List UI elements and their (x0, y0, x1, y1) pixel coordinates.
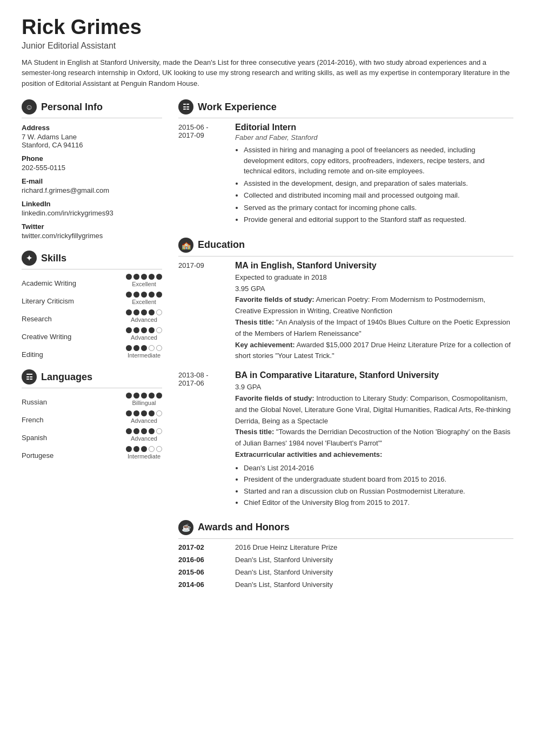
edu-degree: BA in Comparative Litarature, Stanford U… (235, 370, 513, 380)
award-date: 2016-06 (178, 556, 224, 564)
edu-detail: Extracurricular activities and achieveme… (235, 449, 513, 461)
skill-rating: Excellent (126, 292, 162, 305)
skill-dot (133, 393, 139, 399)
address-line1: 7 W. Adams Lane (22, 133, 162, 141)
skills-label: Skills (41, 253, 66, 264)
education-section: 🏫 Education 2017-09 MA in English, Stanf… (178, 238, 513, 509)
skill-dot (156, 428, 162, 434)
address-label: Address (22, 124, 162, 132)
skill-dot (141, 428, 147, 434)
language-name: Portugese (22, 451, 54, 460)
award-description: Dean's List, Stanford University (235, 556, 333, 564)
phone-label: Phone (22, 154, 162, 163)
skill-rating: Advanced (126, 309, 162, 323)
languages-section: ☶ Languages Russian Billingual French Ad… (22, 369, 162, 460)
skill-rating: Intermediate (126, 345, 162, 359)
edu-degree: MA in English, Stanford University (235, 261, 513, 271)
languages-header: ☶ Languages (22, 369, 162, 388)
awards-header: ☕ Awards and Honors (178, 520, 513, 539)
skill-level: Excellent (132, 281, 156, 287)
work-bullet: Provide general and editorial support to… (244, 214, 513, 225)
education-list: 2017-09 MA in English, Stanford Universi… (178, 261, 513, 509)
skill-dot (141, 393, 147, 399)
skill-dot (133, 428, 139, 434)
work-date: 2015-06 -2017-09 (178, 123, 224, 227)
skill-dot (141, 309, 147, 315)
phone-value: 202-555-0115 (22, 164, 162, 172)
work-experience-header: ☷ Work Experience (178, 99, 513, 118)
work-row: 2015-06 -2017-09 Editorial Intern Faber … (178, 123, 513, 227)
language-row: Spanish Advanced (22, 428, 162, 442)
skill-dot (149, 345, 155, 351)
skill-dot (126, 446, 132, 452)
awards-icon: ☕ (178, 520, 193, 535)
skill-level: Excellent (132, 299, 156, 305)
right-column: ☷ Work Experience 2015-06 -2017-09 Edito… (178, 99, 513, 599)
work-bullet: Collected and distributed incoming mail … (244, 190, 513, 201)
skill-row: Creative Writing Advanced (22, 327, 162, 341)
personal-info-header: ☺ Personal Info (22, 99, 162, 118)
skill-dot (149, 446, 155, 452)
personal-info-section: ☺ Personal Info Address 7 W. Adams Lane … (22, 99, 162, 240)
award-row: 2016-06 Dean's List, Stanford University (178, 556, 513, 564)
language-row: Portugese Intermediate (22, 446, 162, 460)
skill-dot (156, 410, 162, 416)
skill-row: Literary Criticism Excellent (22, 292, 162, 305)
email-value: richard.f.grimes@gmail.com (22, 186, 162, 194)
skill-level: Advanced (131, 334, 157, 341)
language-rating: Billingual (126, 393, 162, 406)
skill-dot (126, 274, 132, 280)
skill-dot (133, 410, 139, 416)
work-list: 2015-06 -2017-09 Editorial Intern Faber … (178, 123, 513, 227)
skill-dot (156, 446, 162, 452)
skill-name: Editing (22, 350, 43, 359)
candidate-summary: MA Student in English at Stanford Univer… (22, 57, 513, 89)
edu-content: MA in English, Stanford University Expec… (235, 261, 513, 362)
left-column: ☺ Personal Info Address 7 W. Adams Lane … (22, 99, 162, 470)
skill-name: Academic Writing (22, 279, 76, 287)
skill-dot (126, 393, 132, 399)
edu-detail: Thesis title: "Towards the Derridian Dec… (235, 427, 513, 449)
skill-dot (156, 274, 162, 280)
language-rating: Intermediate (126, 446, 162, 460)
edu-detail: 3.95 GPA (235, 284, 513, 295)
work-bullet: Assisted in hiring and managing a pool o… (244, 145, 513, 177)
edu-date: 2013-08 -2017-06 (178, 370, 224, 509)
skill-dot (133, 446, 139, 452)
skill-dot (133, 274, 139, 280)
edu-details: 3.9 GPAFavorite fields of study: Introdu… (235, 382, 513, 461)
awards-list: 2017-02 2016 Drue Heinz Literature Prize… (178, 543, 513, 589)
skill-dot (149, 292, 155, 298)
skill-dot (141, 327, 147, 333)
personal-info-label: Personal Info (41, 102, 103, 113)
skill-dot (156, 345, 162, 351)
edu-bullet: Dean's List 2014-2016 (244, 463, 513, 474)
address-line2: Stanford, CA 94116 (22, 141, 162, 149)
edu-row: 2017-09 MA in English, Stanford Universi… (178, 261, 513, 362)
edu-date: 2017-09 (178, 261, 224, 362)
language-level: Advanced (131, 417, 157, 424)
skill-dot (156, 309, 162, 315)
edu-detail: Favorite fields of study: Introduction t… (235, 393, 513, 427)
skill-name: Creative Writing (22, 333, 71, 341)
skill-dot (133, 345, 139, 351)
award-description: Dean's List, Stanford University (235, 580, 333, 589)
skill-dot (156, 292, 162, 298)
edu-bullet: President of the undergraduate student b… (244, 474, 513, 485)
candidate-name: Rick Grimes (22, 16, 513, 39)
award-row: 2017-02 2016 Drue Heinz Literature Prize (178, 543, 513, 551)
award-row: 2015-06 Dean's List, Stanford University (178, 568, 513, 576)
education-header: 🏫 Education (178, 238, 513, 256)
edu-bullets: Dean's List 2014-2016President of the un… (235, 463, 513, 508)
work-bullet: Assisted in the development, design, and… (244, 178, 513, 189)
skill-dot (149, 393, 155, 399)
skill-dot (126, 292, 132, 298)
language-level: Advanced (131, 435, 157, 442)
award-date: 2014-06 (178, 580, 224, 589)
skill-dot (149, 428, 155, 434)
skill-dot (126, 410, 132, 416)
award-date: 2015-06 (178, 568, 224, 576)
work-company: Faber and Faber, Stanford (235, 133, 513, 141)
skill-row: Academic Writing Excellent (22, 274, 162, 287)
work-bullets: Assisted in hiring and managing a pool o… (235, 145, 513, 225)
